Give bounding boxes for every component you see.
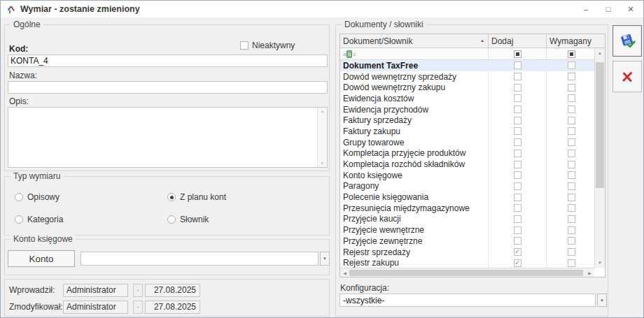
table-row[interactable]: Przyjęcie wewnętrzne [340, 224, 605, 236]
table-row[interactable]: Rejestr sprzedaży✓ [340, 247, 605, 258]
table-row[interactable]: Rejestr zakupu✓ [340, 257, 605, 268]
wymagany-checkbox[interactable] [568, 84, 575, 92]
row-name-cell[interactable]: Konto księgowe [340, 170, 489, 181]
row-name-cell[interactable]: Polecenie księgowania [340, 191, 489, 203]
row-name-cell[interactable]: Przyjęcie wewnętrzne [340, 224, 489, 236]
table-row[interactable]: Dowód wewnętrzny sprzedaży [340, 71, 605, 82]
konto-button[interactable]: Konto [8, 250, 75, 267]
row-name-cell[interactable]: Ewidencja przychodów [340, 104, 489, 115]
wymagany-checkbox[interactable] [568, 248, 575, 256]
dodaj-checkbox[interactable]: ✓ [514, 259, 522, 267]
scroll-down-icon[interactable]: ▼ [318, 161, 327, 166]
konto-dropdown-icon[interactable]: ▼ [320, 252, 330, 266]
dodaj-checkbox[interactable] [514, 204, 522, 212]
row-name-cell[interactable]: Dowód wewnętrzny zakupu [340, 82, 489, 93]
table-row[interactable]: Przesunięcia międzymagazynowe [340, 203, 605, 214]
table-row[interactable]: Kompletacja rozchód składników [340, 159, 605, 170]
dodaj-checkbox[interactable] [514, 62, 522, 69]
table-row[interactable]: Polecenie księgowania [340, 191, 605, 203]
vertical-scrollbar[interactable]: ▲ ▼ [594, 48, 605, 268]
wymagany-checkbox[interactable] [568, 204, 575, 212]
row-name-cell[interactable]: Przesunięcia międzymagazynowe [340, 203, 489, 214]
row-name-cell[interactable]: Grupy towarowe [340, 137, 489, 148]
dodaj-checkbox[interactable] [514, 171, 522, 179]
scroll-left-icon[interactable]: ◀ [340, 270, 349, 275]
row-name-cell[interactable]: Faktury sprzedaży [340, 115, 489, 126]
row-name-cell[interactable]: Przyjęcie kaucji [340, 214, 489, 225]
dodaj-checkbox[interactable] [514, 127, 522, 135]
dodaj-checkbox[interactable]: ✓ [514, 248, 522, 256]
filter-wymagany-cell[interactable] [547, 48, 596, 59]
table-row[interactable]: Faktury sprzedaży [340, 115, 605, 126]
wymagany-checkbox[interactable] [568, 138, 575, 146]
table-row[interactable]: Dokument TaxFree [340, 60, 605, 71]
dodaj-checkbox[interactable] [514, 150, 522, 157]
table-row[interactable]: Paragony [340, 181, 605, 192]
dodaj-checkbox[interactable] [514, 117, 522, 124]
konto-combo[interactable] [80, 252, 318, 266]
row-name-cell[interactable]: Faktury zakupu [340, 126, 489, 137]
dodaj-checkbox[interactable] [514, 237, 522, 245]
table-row[interactable]: Grupy towarowe [340, 137, 605, 148]
scroll-up-icon[interactable]: ▲ [318, 109, 327, 113]
wymagany-checkbox[interactable] [568, 150, 575, 157]
opis-scrollbar[interactable]: ▲ ▼ [317, 108, 327, 167]
wymagany-checkbox[interactable] [568, 171, 575, 179]
table-row[interactable]: Kompletacja przyjęcie produktów [340, 148, 605, 159]
row-name-cell[interactable]: Przyjęcie zewnętrzne [340, 236, 489, 247]
close-icon[interactable]: ✕ [620, 1, 642, 17]
wymagany-checkbox[interactable] [568, 215, 575, 223]
table-row[interactable]: Ewidencja kosztów [340, 93, 605, 104]
save-button[interactable] [612, 25, 642, 57]
minimize-icon[interactable]: – [575, 1, 597, 17]
row-name-cell[interactable]: Paragony [340, 181, 489, 192]
dodaj-checkbox[interactable] [514, 138, 522, 146]
scroll-right-icon[interactable]: ▶ [585, 270, 594, 275]
radio-opisowy[interactable]: Opisowy [15, 192, 167, 202]
scrollbar-thumb[interactable] [349, 270, 583, 276]
wymagany-checkbox[interactable] [568, 106, 575, 113]
dodaj-checkbox[interactable] [514, 182, 522, 190]
nieaktywny-checkbox[interactable]: Nieaktywny [240, 41, 295, 50]
dodaj-checkbox[interactable] [514, 106, 522, 113]
opis-textarea[interactable]: ▲ ▼ [8, 107, 328, 168]
dodaj-checkbox[interactable] [514, 84, 522, 92]
dodaj-checkbox[interactable] [514, 215, 522, 223]
wymagany-checkbox[interactable] [568, 117, 575, 124]
column-header-wymagany[interactable]: Wymagany [547, 34, 596, 48]
radio-słownik[interactable]: Słownik [167, 215, 322, 224]
wymagany-checkbox[interactable] [568, 226, 575, 234]
wymagany-checkbox[interactable] [568, 182, 575, 190]
scroll-down-icon[interactable]: ▼ [595, 261, 605, 265]
maximize-icon[interactable]: □ [597, 1, 620, 17]
scroll-up-icon[interactable]: ▲ [595, 51, 605, 55]
table-row[interactable]: Dowód wewnętrzny zakupu [340, 82, 605, 93]
table-row[interactable]: Konto księgowe [340, 170, 605, 181]
dodaj-checkbox[interactable] [514, 194, 522, 201]
horizontal-scrollbar[interactable]: ◀ ▶ [340, 268, 594, 277]
row-name-cell[interactable]: Kompletacja rozchód składników [340, 159, 489, 170]
kod-input[interactable] [8, 55, 328, 67]
cancel-button[interactable] [612, 61, 642, 92]
wymagany-checkbox[interactable] [568, 194, 575, 201]
row-name-cell[interactable]: Ewidencja kosztów [340, 93, 489, 104]
table-row[interactable]: Przyjęcie kaucji [340, 214, 605, 225]
dodaj-checkbox[interactable] [514, 73, 522, 80]
wymagany-checkbox[interactable] [568, 73, 575, 80]
row-name-cell[interactable]: Kompletacja przyjęcie produktów [340, 148, 489, 159]
dodaj-checkbox[interactable] [514, 94, 522, 102]
row-name-cell[interactable]: Rejestr sprzedaży [340, 247, 489, 258]
wymagany-checkbox[interactable] [568, 161, 575, 168]
table-row[interactable]: Faktury zakupu [340, 126, 605, 137]
wymagany-checkbox[interactable] [568, 237, 575, 245]
wymagany-checkbox[interactable] [568, 94, 575, 102]
wymagany-checkbox[interactable] [568, 259, 575, 267]
row-name-cell[interactable]: Rejestr zakupu [340, 257, 489, 268]
dodaj-checkbox[interactable] [514, 226, 522, 234]
filter-dodaj-cell[interactable] [489, 48, 547, 59]
wymagany-checkbox[interactable] [568, 62, 575, 69]
radio-kategoria[interactable]: Kategoria [15, 215, 167, 224]
row-name-cell[interactable]: Dokument TaxFree [340, 60, 489, 71]
wymagany-checkbox[interactable] [568, 127, 575, 135]
filter-name-cell[interactable]: a b c [340, 48, 489, 59]
